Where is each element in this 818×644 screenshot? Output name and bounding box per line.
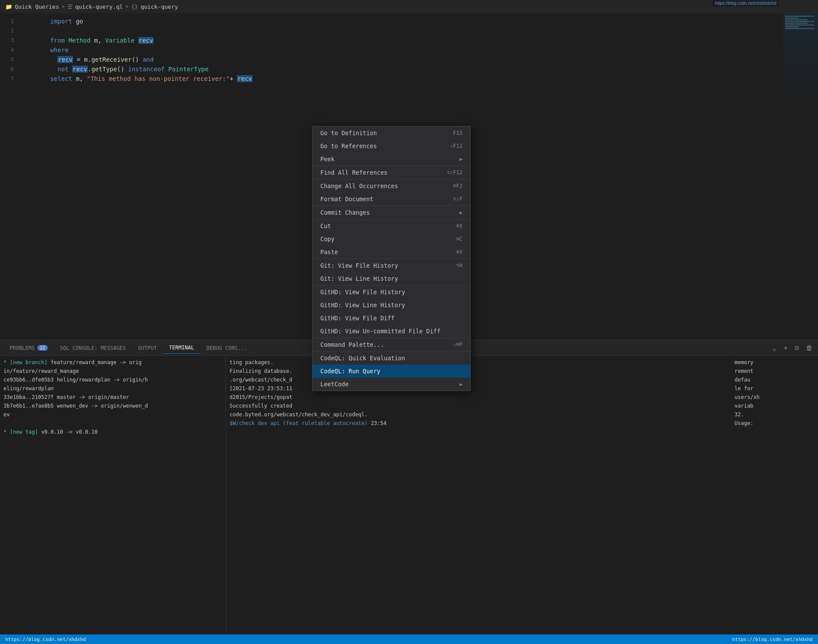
menu-item-githd-uncommitted-diff[interactable]: GitHD: View Un-committed File Diff [313,325,470,338]
menu-item-githd-file-history[interactable]: GitHD: View File History [313,285,470,299]
statusbar-url: https://blog.csdn.net/xhdxhd [5,637,86,642]
menu-label-paste: Paste [320,249,446,256]
code-editor[interactable]: 1 import go 2 3 from Method m, Variable … [0,13,818,87]
context-menu-section-8: Command Palette... ⇧⌘P [313,338,470,352]
menu-item-git-file-history[interactable]: Git: View File History ⌥H [313,259,470,272]
term-mid-7: code.byted.org/webcast/check_dev_api/cod… [229,411,728,418]
line-number-1: 1 [0,17,21,26]
code-line-3[interactable]: 3 from Method m, Variable recv [0,36,818,45]
menu-label-git-file-history: Git: View File History [320,262,446,269]
menu-item-leetcode[interactable]: LeetCode ▶ [313,378,470,391]
line-content-7: select m, "This method has non-pointer r… [21,64,253,93]
panel-split-icon[interactable]: ⊡ [793,343,801,353]
breadcrumb-item-0[interactable]: Quick Queries [15,3,59,10]
menu-shortcut-paste: ⌘V [456,249,462,255]
code-line-7[interactable]: 7 select m, "This method has non-pointer… [0,74,818,83]
tab-problems[interactable]: PROBLEMS 22 [3,342,54,354]
menu-item-peek[interactable]: Peek ▶ [313,153,470,166]
tab-debug-console[interactable]: DEBUG CONS... [200,342,253,354]
term-mid-3: .org/webcast/check_d [229,376,728,384]
menu-label-find-all-references: Find All References [320,169,436,176]
panel-trash-icon[interactable]: 🗑 [804,343,815,353]
menu-item-find-all-references[interactable]: Find All References ⌥⇧F12 [313,166,470,179]
context-menu-section-1: Go to Definition F12 Go to References ⇧F… [313,126,470,166]
menu-label-githd-uncommitted-diff: GitHD: View Un-committed File Diff [320,328,462,335]
term-line-1: * [new branch] feature/reward_manage -> … [3,359,222,366]
term-line-4: eling/rewardplan [3,385,222,392]
term-right-5: users/xh [735,393,815,401]
menu-item-codeql-run-query[interactable]: CodeQL: Run Query [313,365,470,378]
statusbar: https://blog.csdn.net/xhdxhd https://blo… [0,634,818,644]
term-line-6: 3b7e6b1..e7ae8b5 wenwen_dev -> origin/we… [3,402,222,410]
term-line-5: 33e1bba..210527f master -> origin/master [3,393,222,401]
line-number-4: 4 [0,45,21,55]
tab-output-label: OUTPUT [138,345,157,351]
context-menu-section-2: Find All References ⌥⇧F12 [313,166,470,179]
term-right-8: Usage: [735,419,815,427]
menu-label-githd-file-history: GitHD: View File History [320,289,462,295]
menu-item-commit-changes[interactable]: Commit Changes ▶ [313,206,470,219]
menu-label-peek: Peek [320,156,456,163]
term-mid-1: ting packages. [229,359,728,366]
menu-label-go-to-definition: Go to Definition [320,129,442,136]
menu-item-change-all-occurrences[interactable]: Change All Occurrences ⌘F2 [313,179,470,193]
menu-item-githd-file-diff[interactable]: GitHD: View File Diff [313,312,470,325]
term-right-4: le for [735,385,815,392]
breadcrumb-item-1[interactable]: quick-query.ql [75,3,123,10]
menu-label-githd-file-diff: GitHD: View File Diff [320,315,462,322]
menu-item-paste[interactable]: Paste ⌘V [313,246,470,259]
terminal-far-right[interactable]: memory rement defau le for users/xh vari… [731,356,818,644]
breadcrumb-sep-1: > [126,3,129,10]
breadcrumb: 📁 Quick Queries > ☰ quick-query.ql > {} … [0,0,818,13]
menu-label-githd-line-history: GitHD: View Line History [320,302,462,309]
code-line-1[interactable]: 1 import go [0,17,818,26]
menu-item-codeql-quick-eval[interactable]: CodeQL: Quick Evaluation [313,352,470,365]
tab-output[interactable]: OUTPUT [132,342,163,354]
menu-item-copy[interactable]: Copy ⌘C [313,232,470,246]
menu-item-format-document[interactable]: Format Document ⌥⇧F [313,193,470,206]
menu-label-codeql-quick-eval: CodeQL: Quick Evaluation [320,355,462,362]
menu-label-copy: Copy [320,236,446,242]
statusbar-url-right: https://blog.csdn.net/xhdxhd [732,637,813,642]
menu-item-git-line-history[interactable]: Git: View Line History [313,272,470,285]
panel-add-terminal-icon[interactable]: + [782,343,790,353]
term-right-3: defau [735,376,815,384]
panel-chevron-down-icon[interactable]: ⌄ [771,343,778,353]
menu-item-command-palette[interactable]: Command Palette... ⇧⌘P [313,338,470,351]
panel-content: * [new branch] feature/reward_manage -> … [0,356,818,644]
terminal-middle[interactable]: ting packages. Finalizing database. .org… [226,356,731,644]
tab-terminal[interactable]: TERMINAL [163,342,200,354]
menu-shortcut-change-all-occurrences: ⌘F2 [453,183,462,189]
breadcrumb-item-2[interactable]: quick-query [140,3,178,10]
menu-label-commit-changes: Commit Changes [320,209,456,216]
minimap [783,13,818,100]
line-number-2: 2 [0,26,21,36]
line-number-5: 5 [0,55,21,64]
url-bar: https://blog.csdn.net/xhdxhdxhd [712,0,779,7]
menu-label-change-all-occurrences: Change All Occurrences [320,183,442,189]
tab-debug-console-label: DEBUG CONS... [206,345,247,351]
menu-item-go-to-definition[interactable]: Go to Definition F12 [313,126,470,139]
menu-item-go-to-references[interactable]: Go to References ⇧F12 [313,139,470,153]
term-line-9: * [new tag] v0.0.10 -> v0.0.10 [3,428,222,436]
menu-label-codeql-run-query: CodeQL: Run Query [320,368,462,375]
tab-sql-console[interactable]: SQL CONSOLE: MESSAGES [54,342,132,354]
terminal-left[interactable]: * [new branch] feature/reward_manage -> … [0,356,226,644]
menu-shortcut-git-file-history: ⌥H [456,262,462,269]
term-right-1: memory [735,359,815,366]
menu-shortcut-go-to-references: ⇧F12 [450,143,462,149]
context-menu-section-4: Commit Changes ▶ [313,206,470,219]
context-menu-section-9: CodeQL: Quick Evaluation CodeQL: Run Que… [313,352,470,391]
breadcrumb-sep-0: > [62,3,65,10]
context-menu-section-5: Cut ⌘X Copy ⌘C Paste ⌘V [313,219,470,259]
term-mid-2: Finalizing database. [229,367,728,375]
term-mid-6: Successfully created [229,402,728,410]
term-mid-5: d2015/Projects/gopat [229,393,728,401]
menu-shortcut-format-document: ⌥⇧F [453,196,462,202]
menu-item-githd-line-history[interactable]: GitHD: View Line History [313,299,470,312]
context-menu-section-6: Git: View File History ⌥H Git: View Line… [313,259,470,285]
commit-changes-arrow-icon: ▶ [459,210,462,216]
menu-label-cut: Cut [320,222,446,229]
menu-label-leetcode: LeetCode [320,381,456,388]
menu-item-cut[interactable]: Cut ⌘X [313,219,470,232]
